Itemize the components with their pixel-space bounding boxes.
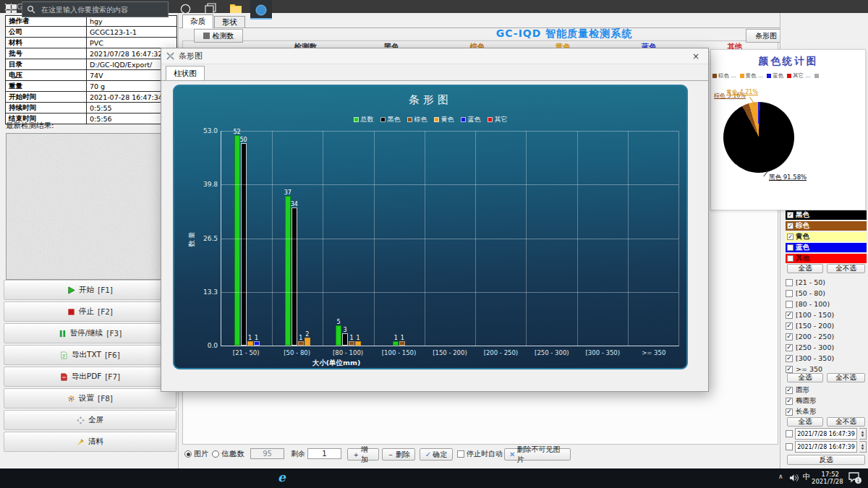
auto-stop-box[interactable] — [457, 450, 464, 458]
auto-stop-checkbox[interactable]: 停止时自动 — [457, 448, 503, 460]
confirm-button[interactable]: ✓确定 — [420, 448, 453, 461]
datetime-value[interactable]: 2021/7/28 16:47:39 — [795, 428, 857, 440]
active-app-icon[interactable] — [255, 4, 267, 16]
select-none-button[interactable]: 全不选 — [827, 417, 865, 427]
color-filter-黄色[interactable]: 黄色 — [786, 232, 867, 241]
detect-count-button[interactable]: 检测数 — [194, 29, 243, 43]
checkbox[interactable] — [787, 255, 793, 262]
size-filter-row[interactable]: [80 - 100) — [786, 299, 867, 309]
tab-impurity[interactable]: 杂质 — [182, 14, 213, 28]
select-all-button[interactable]: 全选 — [787, 373, 823, 382]
notification-icon[interactable]: 1 — [848, 471, 862, 484]
select-all-button[interactable]: 全选 — [787, 417, 823, 427]
checkbox[interactable] — [787, 234, 793, 240]
add-button[interactable]: ＋增加 — [347, 448, 379, 461]
checkbox[interactable] — [786, 344, 793, 351]
datetime-filter-row[interactable]: 2021/7/28 16:47:39▲▼ — [786, 442, 867, 452]
color-filter-黑色[interactable]: 黑色 — [786, 210, 867, 220]
size-filter-row[interactable]: [250 - 300) — [786, 343, 867, 352]
spinner-control[interactable]: ▲▼ — [859, 428, 867, 440]
shape-filter-row[interactable]: 圆形 — [786, 385, 867, 395]
datetime-filter-row[interactable]: 2021/7/28 16:47:39▲▼ — [786, 429, 867, 439]
size-filter-row[interactable]: [21 - 50) — [786, 278, 867, 287]
task-view-icon[interactable] — [205, 3, 216, 14]
spinner-control[interactable]: ▲▼ — [859, 441, 867, 453]
checkbox[interactable] — [787, 223, 793, 229]
tab-histogram[interactable]: 柱状图 — [166, 66, 205, 81]
cortana-icon[interactable] — [179, 3, 192, 15]
button-清料[interactable]: 清料 — [4, 432, 176, 452]
select-all-button[interactable]: 全选 — [787, 264, 823, 273]
invert-selection-button[interactable]: 反选 — [787, 455, 865, 465]
button-开始[interactable]: 开始[F1] — [4, 280, 176, 300]
checkbox[interactable] — [786, 322, 793, 330]
checkbox[interactable] — [786, 443, 793, 450]
checkbox[interactable] — [787, 212, 793, 218]
select-none-button[interactable]: 全不选 — [827, 373, 865, 382]
radio-image[interactable]: 图片 — [184, 448, 208, 460]
bar-黑色: 3 — [342, 333, 348, 346]
bar-总数: 52 — [234, 135, 240, 346]
checkbox[interactable] — [786, 301, 793, 308]
bar-棕色: 1 — [298, 341, 304, 346]
size-filter-label: >= 350 — [796, 365, 822, 373]
shape-filter-row[interactable]: 长条形 — [786, 407, 867, 416]
color-filter-其他[interactable]: 其他 — [786, 254, 867, 263]
size-filter-row[interactable]: [100 - 150) — [786, 310, 867, 320]
size-filter-row[interactable]: [150 - 200) — [786, 321, 867, 330]
select-none-button[interactable]: 全不选 — [827, 264, 865, 273]
checkbox[interactable] — [786, 290, 793, 297]
checkbox[interactable] — [786, 408, 793, 416]
confirm-label: 确定 — [433, 450, 447, 460]
remaining-input[interactable]: 1 — [307, 448, 341, 459]
checkbox[interactable] — [787, 244, 793, 251]
shape-filter-row[interactable]: 椭圆形 — [786, 396, 867, 406]
button-设置[interactable]: 设置[F8] — [4, 388, 176, 408]
size-filter-row[interactable]: [300 - 350) — [786, 354, 867, 363]
legend-item: 棕色 — [407, 115, 427, 124]
file-explorer-icon[interactable] — [229, 3, 242, 14]
button-全屏[interactable]: 全屏 — [4, 410, 176, 430]
checkbox[interactable] — [786, 312, 793, 319]
field-label: 持续时间 — [6, 103, 87, 113]
size-filter-row[interactable]: [50 - 80) — [786, 288, 867, 298]
radio-info-circle[interactable] — [212, 450, 219, 458]
delete-button[interactable]: －删除 — [382, 448, 415, 461]
ie-icon[interactable]: e — [278, 470, 286, 484]
check-icon: ✓ — [425, 450, 431, 458]
taskbar-search-input[interactable] — [22, 1, 169, 17]
tab-shape[interactable]: 形状 — [214, 16, 245, 28]
table-row: 开始时间2021-07-28 16:47:34 — [5, 91, 177, 102]
checkbox[interactable] — [786, 279, 793, 286]
checkbox[interactable] — [786, 398, 793, 405]
color-filter-棕色[interactable]: 棕色 — [786, 221, 867, 231]
color-filter-蓝色[interactable]: 蓝色 — [786, 243, 867, 252]
gridline — [374, 131, 375, 346]
taskbar-clock[interactable]: 17:52 2021/7/28 — [812, 471, 839, 485]
checkbox[interactable] — [786, 430, 793, 437]
bar-总数: 1 — [393, 341, 399, 346]
start-button-icon[interactable] — [6, 4, 17, 15]
checkbox[interactable] — [786, 355, 793, 362]
play-icon — [67, 286, 75, 294]
color-filter-label: 黑色 — [796, 210, 809, 220]
ime-indicator[interactable]: 中 — [803, 472, 811, 482]
checkbox[interactable] — [786, 366, 793, 373]
checkbox[interactable] — [786, 387, 793, 394]
y-axis-label: 数量 — [187, 230, 197, 247]
pie-legend-swatch — [712, 74, 717, 78]
button-导出PDF[interactable]: 导出PDF[F7] — [4, 367, 176, 387]
speaker-icon[interactable] — [789, 474, 799, 482]
button-暂停/继续[interactable]: 暂停/继续[F3] — [4, 323, 176, 343]
delete-invisible-button[interactable]: ✕ 删除不可见图片 — [504, 448, 571, 461]
button-导出TXT[interactable]: 导出TXT[F6] — [4, 345, 176, 365]
radio-image-circle[interactable] — [184, 450, 192, 458]
size-filter-row[interactable]: [200 - 250) — [786, 332, 867, 341]
tray-chevron-icon[interactable]: ∧ — [778, 473, 783, 480]
bar-chart-canvas: 条形图 总数黑色棕色黄色蓝色其它 数量 525011373412531111 5… — [173, 85, 688, 369]
datetime-value[interactable]: 2021/7/28 16:47:39 — [795, 441, 857, 453]
close-icon[interactable]: × — [688, 51, 704, 62]
total-input: 95 — [250, 448, 284, 459]
button-停止[interactable]: 停止[F2] — [4, 301, 176, 322]
checkbox[interactable] — [786, 333, 793, 341]
